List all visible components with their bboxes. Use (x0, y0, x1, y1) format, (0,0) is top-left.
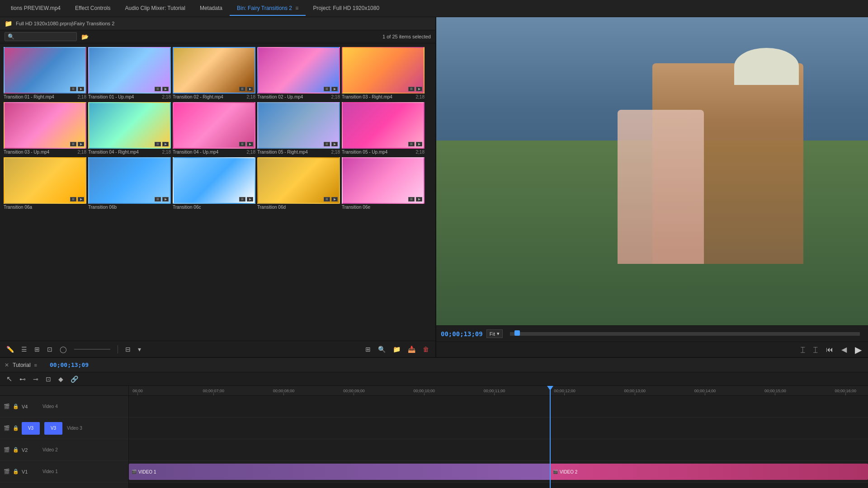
tab-bar: tions PREVIEW.mp4 Effect Controls Audio … (0, 0, 868, 17)
pencil-icon[interactable]: ✏️ (5, 345, 16, 354)
preview-area (436, 17, 868, 325)
thumb-overlay-9: ⊞▶ (408, 142, 422, 146)
tab-preview[interactable]: tions PREVIEW.mp4 (4, 1, 68, 16)
timeline-playhead[interactable] (550, 386, 551, 488)
delete-icon[interactable]: 🗑 (421, 345, 431, 354)
bin-folder-icon: 📁 (5, 20, 12, 27)
thumbnail-item-13[interactable]: ⊞▶Transition 06d (257, 157, 340, 211)
tab-metadata[interactable]: Metadata (193, 1, 230, 16)
thumbnail-item-8[interactable]: ⊞▶Transition 05 - Right.mp42;18 (257, 102, 340, 155)
fit-chevron-icon: ▾ (497, 331, 500, 337)
ripple-tool[interactable]: ⊸ (31, 375, 40, 384)
ruler-tick-7: 00;00;13;00 (624, 389, 646, 395)
freeform-view-button[interactable]: ⊡ (45, 345, 54, 354)
fit-dropdown[interactable]: Fit ▾ (486, 329, 503, 338)
thumbnail-item-14[interactable]: ⊞▶Transition 06e (342, 157, 425, 211)
thumbnail-item-6[interactable]: ⊞▶Transition 04 - Right.mp42;18 (88, 102, 171, 155)
thumbnail-item-10[interactable]: ⊞▶Transition 06a (4, 157, 86, 211)
lock-icon-v3[interactable]: 🔒 (13, 425, 19, 431)
thumb-icon-b: ▶ (162, 87, 169, 91)
thumbnail-label-12: Transition 06c (173, 204, 255, 211)
thumbnail-item-4[interactable]: ⊞▶Transition 03 - Right.mp42;18 (342, 47, 425, 100)
lock-icon-v2[interactable]: 🔒 (13, 447, 19, 453)
thumbnail-item-3[interactable]: ⊞▶Transition 02 - Up.mp42;18 (257, 47, 340, 100)
automation-icon[interactable]: ◯ (58, 345, 69, 354)
thumbnail-label-3: Transition 02 - Up.mp42;18 (257, 94, 340, 100)
thumbnail-label-11: Transition 06b (88, 204, 171, 211)
selection-tool[interactable]: ↖ (5, 374, 14, 384)
thumb-icon-b: ▶ (331, 142, 338, 146)
thumb-overlay-8: ⊞▶ (324, 142, 338, 146)
sequence-name: Tutorial (13, 362, 31, 368)
track-select-tool[interactable]: ⊷ (18, 375, 28, 384)
tab-effect-controls[interactable]: Effect Controls (68, 1, 118, 16)
list-view-button[interactable]: ☰ (19, 345, 29, 354)
mark-out-icon[interactable]: ⌶ (811, 345, 820, 355)
search-box[interactable]: 🔍 (5, 32, 77, 41)
thumbnail-image-12: ⊞▶ (173, 157, 255, 204)
track-v3-source-button[interactable]: V3 (22, 422, 40, 435)
thumbnail-item-12[interactable]: ⊞▶Transition 06c (173, 157, 255, 211)
ruler-tick-4: 00;00;10;00 (413, 389, 435, 395)
video2-clip[interactable]: 🎬 VIDEO 2 (550, 464, 868, 480)
track-name-v4: V4 (22, 404, 40, 409)
timeline-body: 🎬 🔒 V4 Video 4 🎬 🔒 V3 V3 Video 3 🎬 🔒 V2 … (0, 386, 868, 488)
thumbnail-item-5[interactable]: ⊞▶Transition 03 - Up.mp42;18 (4, 102, 86, 155)
mark-in-icon[interactable]: ⌶ (799, 345, 807, 355)
thumb-icon-a: ⊞ (155, 197, 161, 202)
grid-small-icon[interactable]: ⊞ (363, 345, 373, 354)
search-input[interactable] (16, 34, 71, 39)
thumbnail-item-0[interactable]: ⊞▶Transition 01 - Right.mp42;18 (4, 47, 86, 100)
right-panel: 00;00;13;09 Fit ▾ ⌶ ⌶ ⏮ ◀ ▶ (436, 17, 868, 357)
snap-icon[interactable]: ⊡ (44, 375, 53, 384)
new-bin-button[interactable]: 📂 (80, 33, 90, 41)
search-bin-icon[interactable]: 🔍 (376, 345, 387, 354)
thumbnail-image-8: ⊞▶ (257, 102, 340, 149)
thumb-icon-b: ▶ (247, 142, 253, 146)
tab-project[interactable]: Project: Full HD 868x488 (306, 1, 387, 16)
sort-dropdown[interactable]: ▾ (136, 345, 143, 354)
thumbnail-item-1[interactable]: ⊞▶Transition 01 - Up.mp42;18 (88, 47, 171, 100)
tab-bin[interactable]: Bin: Fairy Transitions 2 ≡ (230, 1, 306, 16)
tab-audio-mixer[interactable]: Audio Clip Mixer: Tutorial (118, 1, 193, 16)
ruler-tick-2: 00;00;08;00 (273, 389, 295, 395)
sequence-settings-icon[interactable]: ≡ (34, 362, 37, 368)
link-icon[interactable]: 🔗 (69, 375, 80, 384)
lock-icon-v1[interactable]: 🔒 (13, 469, 19, 474)
bin-panel: 📁 Full HD 868x488.prproj\Fairy Transit… (0, 17, 436, 357)
thumb-icon-b: ▶ (416, 197, 422, 202)
timeline-header: ✕ Tutorial ≡ 00;00;13;09 (0, 358, 868, 372)
timeline-tracks[interactable]: 06;0000;00;07;0000;00;08;0000;00;09;0000… (129, 386, 868, 488)
preview-scrubber[interactable] (510, 332, 860, 336)
prev-frame-icon[interactable]: ◀ (840, 344, 849, 355)
bin-toolbar: 🔍 📂 1 of 25 items selected (0, 30, 435, 43)
step-back-icon[interactable]: ⏮ (824, 345, 835, 355)
thumbnail-item-2[interactable]: ⊞▶Transition 02 - Right.mp42;18 (173, 47, 255, 100)
play-button[interactable]: ▶ (853, 343, 863, 356)
track-labels: 🎬 🔒 V4 Video 4 🎬 🔒 V3 V3 Video 3 🎬 🔒 V2 … (0, 386, 129, 488)
import-icon[interactable]: 📥 (406, 345, 417, 354)
thumbnail-item-11[interactable]: ⊞▶Transition 06b (88, 157, 171, 211)
scrubber-thumb[interactable] (514, 330, 520, 336)
thumbnail-item-7[interactable]: ⊞▶Transition 04 - Up.mp42;18 (173, 102, 255, 155)
thumbnail-image-11: ⊞▶ (88, 157, 171, 204)
track-v3-dest-button[interactable]: V3 (44, 422, 62, 435)
thumb-icon-a: ⊞ (324, 142, 330, 146)
ruler-tick-8: 00;00;14;00 (694, 389, 716, 395)
close-sequence-icon[interactable]: ✕ (5, 362, 9, 368)
marker-icon[interactable]: ◆ (57, 375, 65, 384)
grid-view-button[interactable]: ⊞ (33, 345, 42, 354)
thumb-icon-a: ⊞ (324, 197, 330, 202)
track-v3: 🎬 🔒 V3 V3 Video 3 (0, 418, 128, 439)
thumbnail-label-1: Transition 01 - Up.mp42;18 (88, 94, 171, 100)
thumbnail-item-9[interactable]: ⊞▶Transition 05 - Up.mp42;18 (342, 102, 425, 155)
selection-info: 1 of 25 items selected (382, 34, 431, 39)
thumb-icon-a: ⊞ (408, 142, 415, 146)
lock-icon-v4[interactable]: 🔒 (13, 404, 19, 409)
folder-icon[interactable]: 📁 (391, 345, 402, 354)
video1-clip[interactable]: 🎬 VIDEO 1 (129, 464, 550, 480)
sort-icon[interactable]: ⊟ (123, 345, 132, 354)
video1-clip-icon: 🎬 (132, 469, 137, 474)
track-row-v3 (129, 418, 868, 439)
thumb-icon-a: ⊞ (155, 142, 161, 146)
